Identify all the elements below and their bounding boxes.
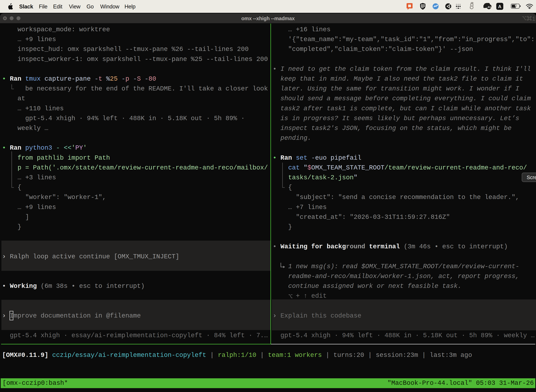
- svg-text:A: A: [498, 4, 502, 9]
- svg-text:..61: ..61: [486, 5, 491, 9]
